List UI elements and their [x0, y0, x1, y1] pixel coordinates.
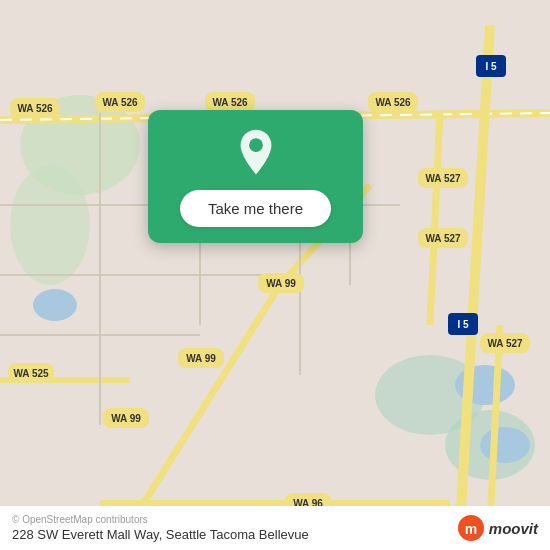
svg-point-2 [10, 165, 90, 285]
location-card: Take me there [148, 110, 363, 243]
svg-text:m: m [465, 521, 477, 537]
svg-text:WA 526: WA 526 [375, 97, 411, 108]
svg-text:I 5: I 5 [457, 319, 469, 330]
moovit-wordmark: moovit [489, 520, 538, 537]
bottom-bar: © OpenStreetMap contributors 228 SW Ever… [0, 506, 550, 550]
svg-text:WA 526: WA 526 [212, 97, 248, 108]
map-container: WA 526 WA 526 WA 526 WA 526 WA 527 WA 52… [0, 0, 550, 550]
address-text: 228 SW Everett Mall Way, Seattle Tacoma … [12, 527, 309, 542]
svg-point-5 [33, 289, 77, 321]
svg-text:WA 527: WA 527 [425, 233, 461, 244]
take-me-there-button[interactable]: Take me there [180, 190, 331, 227]
map-background: WA 526 WA 526 WA 526 WA 526 WA 527 WA 52… [0, 0, 550, 550]
svg-text:WA 526: WA 526 [17, 103, 53, 114]
svg-text:WA 99: WA 99 [111, 413, 141, 424]
svg-text:WA 527: WA 527 [425, 173, 461, 184]
address-attribution: © OpenStreetMap contributors 228 SW Ever… [12, 514, 309, 542]
svg-text:WA 99: WA 99 [266, 278, 296, 289]
location-pin-icon [232, 128, 280, 176]
moovit-icon: m [457, 514, 485, 542]
svg-text:WA 527: WA 527 [487, 338, 523, 349]
attribution-text: © OpenStreetMap contributors [12, 514, 309, 525]
svg-point-7 [480, 427, 530, 463]
moovit-logo[interactable]: m moovit [457, 514, 538, 542]
svg-point-52 [249, 138, 263, 152]
svg-text:WA 526: WA 526 [102, 97, 138, 108]
svg-text:WA 99: WA 99 [186, 353, 216, 364]
svg-text:WA 525: WA 525 [13, 368, 49, 379]
svg-text:I 5: I 5 [485, 61, 497, 72]
